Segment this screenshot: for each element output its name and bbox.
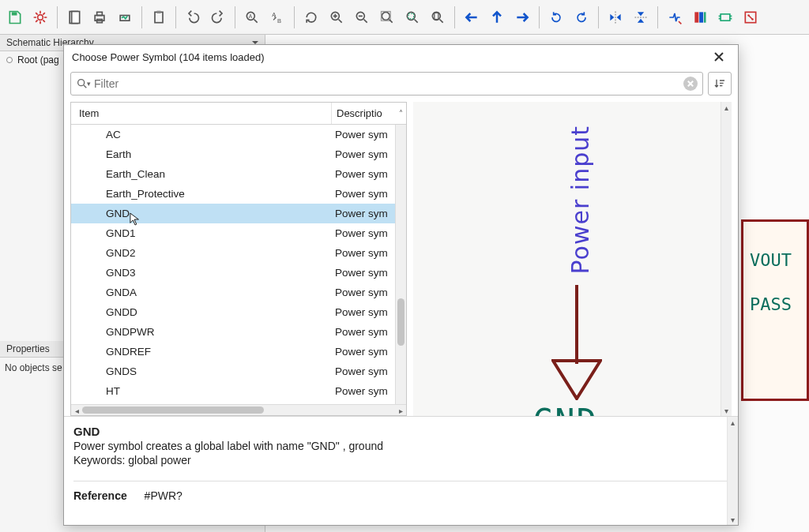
scroll-down-icon[interactable]: ▾ [721,405,732,416]
filter-clear-button[interactable] [683,77,698,91]
rotate-ccw-icon [548,9,564,25]
list-horizontal-scrollbar[interactable]: ◂ ▸ [71,404,406,415]
svg-text:A: A [249,13,253,18]
mirror-v-button[interactable] [629,6,653,29]
symbol-row-gnd1[interactable]: GND1Power sym [71,223,406,243]
arrow-left-button[interactable] [460,6,484,29]
zoom-fit-button[interactable] [375,6,399,29]
pin-label-pass: PASS [750,294,792,314]
find-button[interactable]: A [240,6,264,29]
list-horizontal-thumb[interactable] [82,406,264,414]
symbol-row-gnd2[interactable]: GND2Power sym [71,243,406,263]
svg-point-16 [382,12,389,20]
zoom-in-button[interactable] [325,6,348,29]
zoom-fit-icon [379,9,395,25]
zoom-selection-button[interactable] [401,6,424,29]
dialog-title-text: Choose Power Symbol (104 items loaded) [72,51,265,63]
toolbar-separator [539,6,540,28]
list-vertical-thumb[interactable] [397,298,404,346]
plot-button[interactable] [113,6,137,29]
scroll-down-icon[interactable]: ▾ [728,514,738,525]
zoom-in-icon [329,9,344,25]
rotate-cw-button[interactable] [570,6,593,29]
symbol-row-ht[interactable]: HTPower sym [71,381,406,401]
symbol-name: GND3 [71,267,332,279]
symbol-preview[interactable]: Power input GND ▴ ▾ [413,102,732,416]
symbol-row-gndref[interactable]: GNDREFPower sym [71,342,406,362]
symbol-name: Earth [71,148,332,160]
symbol-row-gnda[interactable]: GNDAPower sym [71,283,406,302]
mirror-h-icon [608,9,623,25]
list-vertical-scrollbar[interactable] [395,125,406,404]
svg-rect-5 [97,12,103,15]
zoom-selection-icon [404,9,420,25]
filter-input-wrap[interactable]: ▾ [70,72,703,96]
zoom-out-button[interactable] [350,6,374,29]
scroll-left-icon[interactable]: ◂ [71,405,82,415]
detail-name: GND [73,425,728,438]
save-button[interactable] [3,6,27,29]
filter-options-caret-icon[interactable]: ▾ [87,80,91,88]
settings-button[interactable] [28,6,52,29]
refresh-icon [303,9,319,25]
dialog-titlebar[interactable]: Choose Power Symbol (104 items loaded) [64,45,738,69]
pin-label-vout: VOUT [750,250,792,270]
refresh-button[interactable] [299,6,323,29]
board-editor-button[interactable] [739,6,762,29]
toolbar-separator [454,6,455,28]
column-header-description[interactable]: Descriptio ˄ [332,103,406,124]
choose-power-symbol-dialog: Choose Power Symbol (104 items loaded) ▾… [63,44,739,526]
plot-icon [117,9,133,25]
arrow-up-button[interactable] [485,6,509,29]
zoom-page-button[interactable] [426,6,450,29]
library-browser-button[interactable] [688,6,712,29]
redo-button[interactable] [206,6,230,29]
symbol-row-earth_clean[interactable]: Earth_CleanPower sym [71,164,406,184]
symbol-editor-button[interactable] [663,6,687,29]
rotate-ccw-button[interactable] [544,6,568,29]
toolbar-separator [657,6,658,28]
page-icon [66,9,82,25]
mirror-h-button[interactable] [604,6,627,29]
detail-vertical-scrollbar[interactable]: ▴ ▾ [727,417,738,525]
filter-input[interactable] [94,77,683,90]
main-toolbar: AAB [0,0,809,35]
symbol-row-earth[interactable]: EarthPower sym [71,144,406,164]
footprint-button[interactable] [713,6,737,29]
preview-vertical-scrollbar[interactable]: ▴ ▾ [721,102,732,416]
symbol-name: AC [71,129,332,140]
svg-rect-21 [435,13,438,19]
symbol-row-earth_protective[interactable]: Earth_ProtectivePower sym [71,184,406,204]
svg-point-20 [432,12,440,20]
scroll-up-icon[interactable]: ▴ [728,417,738,428]
toolbar-separator [294,6,295,28]
hierarchy-root-label: Root (pag [17,54,59,66]
symbol-name: GND [71,208,332,219]
symbol-detail-panel: GND Power symbol creates a global label … [64,416,738,525]
symbol-name: GNDPWR [71,326,332,338]
scroll-right-icon[interactable]: ▸ [395,405,406,415]
symbol-row-gnds[interactable]: GNDSPower sym [71,362,406,381]
arrow-right-button[interactable] [510,6,534,29]
mirror-v-icon [633,9,649,25]
symbol-row-gndpwr[interactable]: GNDPWRPower sym [71,322,406,342]
dialog-close-button[interactable] [708,48,730,66]
print-button[interactable] [88,6,111,29]
symbol-list: Item Descriptio ˄ ACPower symEarthPower … [70,102,407,416]
column-header-item[interactable]: Item [71,103,332,124]
undo-button[interactable] [181,6,205,29]
replace-button[interactable]: AB [265,6,289,29]
settings-icon [32,9,48,25]
symbol-name: Earth_Clean [71,168,332,180]
svg-rect-0 [12,12,17,15]
scroll-up-icon[interactable]: ▴ [721,102,732,113]
paste-button[interactable] [147,6,171,29]
symbol-row-gnd3[interactable]: GND3Power sym [71,263,406,283]
sort-button[interactable] [708,72,732,96]
preview-pin-line [575,285,578,364]
symbol-row-ac[interactable]: ACPower sym [71,125,406,144]
svg-text:B: B [277,17,281,24]
page-button[interactable] [62,6,86,29]
symbol-row-gnd[interactable]: GNDPower sym [71,204,406,223]
symbol-row-gndd[interactable]: GNDDPower sym [71,302,406,322]
